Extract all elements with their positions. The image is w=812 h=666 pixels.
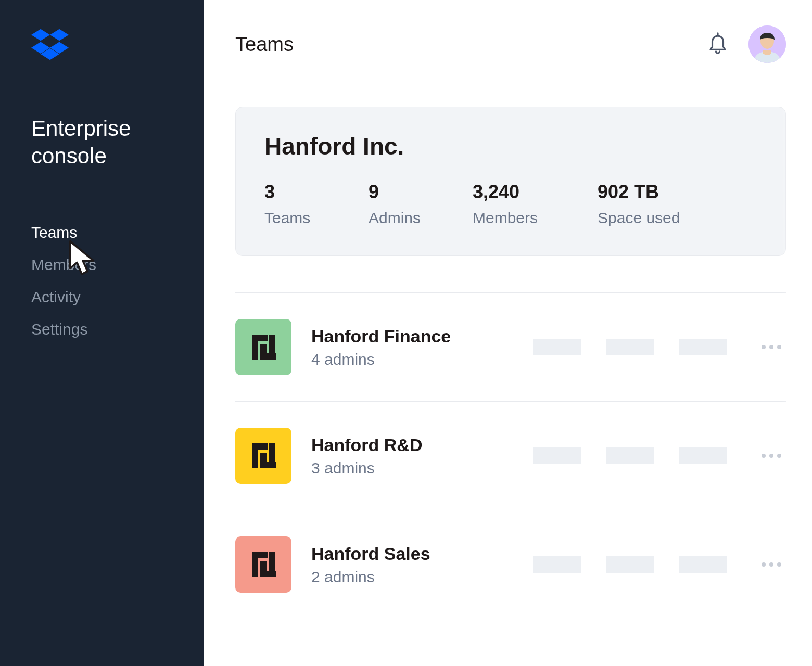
svg-rect-12 (260, 344, 267, 360)
team-list: Hanford Finance 4 admins Hanford R&D 3 a… (235, 292, 786, 619)
team-subtitle: 2 admins (311, 568, 499, 586)
placeholder-cell (606, 339, 654, 355)
svg-rect-17 (260, 453, 267, 468)
team-row[interactable]: Hanford Sales 2 admins (235, 510, 786, 619)
placeholder-cell (606, 447, 654, 464)
team-name: Hanford R&D (311, 435, 499, 455)
more-icon[interactable] (757, 454, 786, 458)
team-icon (235, 428, 291, 484)
placeholder-cell (533, 339, 581, 355)
stat-value: 902 TB (598, 181, 722, 203)
team-subtitle: 3 admins (311, 459, 499, 477)
svg-rect-15 (252, 443, 268, 450)
sidebar-item-teams[interactable]: Teams (31, 216, 173, 249)
sidebar-nav: Teams Members Activity Settings (31, 216, 173, 345)
stat-label: Space used (598, 209, 722, 227)
team-row-placeholders (518, 447, 737, 464)
team-icon (235, 536, 291, 593)
team-row[interactable]: Hanford R&D 3 admins (235, 401, 786, 510)
team-icon (235, 319, 291, 375)
dropbox-logo-icon (31, 29, 173, 63)
org-name: Hanford Inc. (264, 132, 757, 160)
team-row-placeholders (518, 556, 737, 573)
more-icon[interactable] (757, 345, 786, 349)
svg-marker-1 (50, 29, 69, 41)
sidebar-item-settings[interactable]: Settings (31, 313, 173, 345)
more-icon[interactable] (757, 562, 786, 567)
stat-admins: 9 Admins (369, 181, 473, 227)
team-subtitle: 4 admins (311, 351, 499, 368)
svg-marker-0 (31, 29, 50, 41)
stat-members: 3,240 Members (473, 181, 598, 227)
team-row-placeholders (518, 339, 737, 355)
team-row[interactable]: Hanford Finance 4 admins (235, 292, 786, 401)
team-name: Hanford Sales (311, 544, 499, 564)
placeholder-cell (606, 556, 654, 573)
page-title: Teams (235, 33, 707, 56)
avatar[interactable] (748, 25, 786, 63)
placeholder-cell (679, 447, 727, 464)
svg-rect-10 (252, 335, 268, 341)
stat-value: 3,240 (473, 181, 598, 203)
stat-label: Members (473, 209, 598, 227)
app-title: Enterprise console (31, 115, 173, 170)
svg-rect-20 (252, 552, 268, 558)
topbar: Teams (235, 0, 786, 88)
bell-icon[interactable] (707, 31, 729, 57)
stat-space-used: 902 TB Space used (598, 181, 722, 227)
stat-value: 3 (264, 181, 369, 203)
stat-label: Admins (369, 209, 473, 227)
placeholder-cell (679, 339, 727, 355)
stat-label: Teams (264, 209, 369, 227)
sidebar-item-members[interactable]: Members (31, 249, 173, 281)
sidebar: Enterprise console Teams Members Activit… (0, 0, 204, 666)
svg-rect-22 (260, 561, 267, 577)
placeholder-cell (533, 447, 581, 464)
placeholder-cell (533, 556, 581, 573)
placeholder-cell (679, 556, 727, 573)
stat-value: 9 (369, 181, 473, 203)
main-content: Teams Hanford Inc. (204, 0, 812, 666)
org-summary-card: Hanford Inc. 3 Teams 9 Admins 3,240 Memb… (235, 107, 786, 256)
stat-teams: 3 Teams (264, 181, 369, 227)
sidebar-item-activity[interactable]: Activity (31, 281, 173, 313)
team-name: Hanford Finance (311, 326, 499, 347)
